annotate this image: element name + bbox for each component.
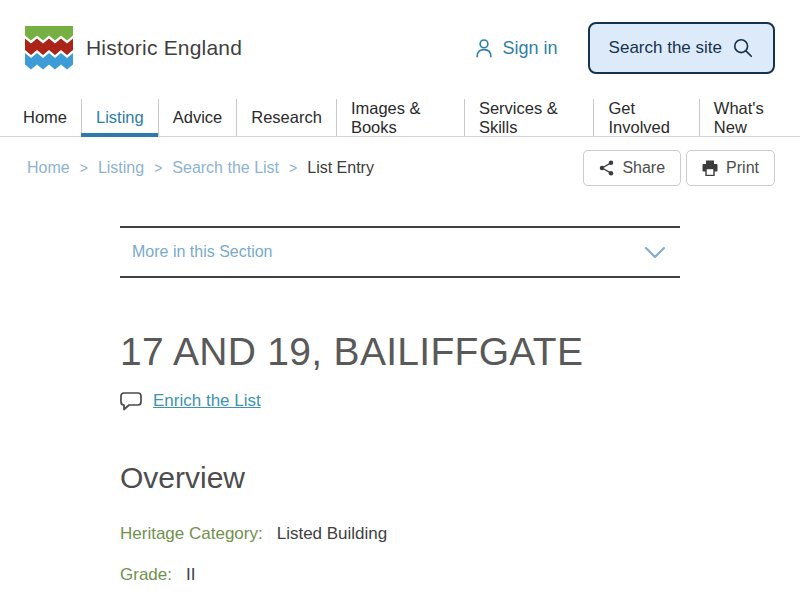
field-row: Grade:II <box>120 565 680 585</box>
nav-item-what-s-new[interactable]: What's New <box>699 99 800 136</box>
brand[interactable]: Historic England <box>25 26 242 71</box>
main-nav: HomeListingAdviceResearchImages & BooksS… <box>0 99 800 137</box>
historic-england-logo-icon <box>25 26 73 71</box>
search-site-label: Search the site <box>609 38 722 58</box>
print-label: Print <box>726 159 759 177</box>
brand-name: Historic England <box>86 36 242 60</box>
more-in-section-dropdown[interactable]: More in this Section <box>120 226 680 278</box>
main-content: More in this Section 17 AND 19, BAILIFFG… <box>120 226 680 585</box>
overview-fields: Heritage Category:Listed BuildingGrade:I… <box>120 524 680 585</box>
overview-heading: Overview <box>120 461 680 495</box>
breadcrumb-item[interactable]: Listing <box>98 159 144 177</box>
nav-item-listing[interactable]: Listing <box>81 99 158 136</box>
search-icon <box>732 37 754 59</box>
print-button[interactable]: Print <box>686 150 775 186</box>
nav-item-images-books[interactable]: Images & Books <box>336 99 464 136</box>
breadcrumb-separator: > <box>154 160 162 176</box>
breadcrumb-separator: > <box>289 160 297 176</box>
breadcrumb-separator: > <box>80 160 88 176</box>
user-icon <box>473 37 495 59</box>
chevron-down-icon <box>644 246 666 259</box>
share-button[interactable]: Share <box>583 150 681 186</box>
field-label: Grade: <box>120 565 172 585</box>
field-value: Listed Building <box>277 524 388 544</box>
search-site-button[interactable]: Search the site <box>588 22 775 74</box>
breadcrumb-item[interactable]: Search the List <box>172 159 279 177</box>
enrich-the-list-link[interactable]: Enrich the List <box>153 391 261 411</box>
enrich-the-list: Enrich the List <box>120 391 680 411</box>
print-icon <box>702 160 718 176</box>
field-row: Heritage Category:Listed Building <box>120 524 680 544</box>
breadcrumb: Home>Listing>Search the List>List Entry <box>27 159 374 177</box>
nav-item-home[interactable]: Home <box>9 99 81 136</box>
document-actions: Share Print <box>583 150 775 186</box>
field-value: II <box>186 565 195 585</box>
page-title: 17 AND 19, BAILIFFGATE <box>120 330 680 374</box>
breadcrumb-row: Home>Listing>Search the List>List Entry … <box>0 137 800 186</box>
share-label: Share <box>622 159 665 177</box>
more-in-section-label: More in this Section <box>132 243 273 261</box>
sign-in-label: Sign in <box>503 38 558 59</box>
nav-item-services-skills[interactable]: Services & Skills <box>464 99 594 136</box>
field-label: Heritage Category: <box>120 524 263 544</box>
breadcrumb-item[interactable]: Home <box>27 159 70 177</box>
nav-item-get-involved[interactable]: Get Involved <box>593 99 698 136</box>
nav-item-advice[interactable]: Advice <box>158 99 237 136</box>
share-icon <box>599 160 614 176</box>
nav-item-research[interactable]: Research <box>236 99 336 136</box>
breadcrumb-item: List Entry <box>307 159 374 177</box>
speech-bubble-icon <box>120 392 142 411</box>
sign-in-link[interactable]: Sign in <box>473 37 558 59</box>
site-header: Historic England Sign in Search the site <box>0 0 800 99</box>
